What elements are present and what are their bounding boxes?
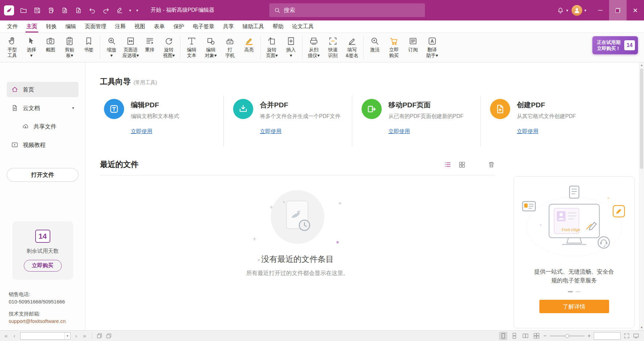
carousel-dot-active[interactable] [568, 291, 573, 292]
tool-activate[interactable]: 激活 [365, 35, 384, 53]
tool-buy-now[interactable]: 立即 购买 [384, 35, 404, 58]
sidebar-item-home[interactable]: 首页 [7, 82, 78, 97]
trial-buy-badge[interactable]: 正在试用期 立即购买！ 14 [592, 36, 638, 54]
facing-view-icon[interactable] [521, 332, 529, 340]
list-view-icon[interactable] [444, 161, 451, 168]
menu-view[interactable]: 视图 [130, 20, 150, 33]
fullscreen-icon[interactable] [624, 333, 630, 339]
tool-from-scanner[interactable]: 从扫 描仪▾ [304, 35, 323, 58]
menu-comment[interactable]: 注释 [111, 20, 130, 33]
restore-button[interactable] [609, 0, 627, 20]
menu-accessibility[interactable]: 辅助工具 [238, 20, 268, 33]
page-number-input[interactable] [20, 333, 64, 339]
menu-page-management[interactable]: 页面管理 [80, 20, 111, 33]
facing-continuous-view-icon[interactable] [532, 332, 540, 340]
tool-typewriter[interactable]: 打 字机 [220, 35, 239, 58]
quick-access-caret-icon[interactable]: ▾ [136, 8, 138, 13]
page-dropdown-caret-icon[interactable]: ▾ [64, 333, 70, 339]
notifications-bell-icon[interactable] [556, 6, 565, 15]
menu-file[interactable]: 文件 [3, 20, 22, 33]
learn-more-button[interactable]: 了解详情 [539, 300, 609, 313]
tool-edit-object[interactable]: 编辑 对象▾ [201, 35, 220, 58]
tool-rotate-view[interactable]: 旋转 视图▾ [159, 35, 178, 58]
card-edit-pdf[interactable]: 编辑PDF 编辑文档和文本格式 立即使用 [100, 96, 223, 147]
buy-now-button[interactable]: 立即购买 [24, 260, 62, 272]
tool-zoom[interactable]: 缩放 ▾ [102, 35, 121, 58]
open-file-button[interactable] [19, 6, 28, 15]
menu-protect[interactable]: 保护 [169, 20, 189, 33]
vertical-scrollbar[interactable]: ▲ ▼ [639, 62, 644, 330]
search-bar[interactable] [269, 3, 425, 17]
tool-rotate-pages[interactable]: 旋转 页面▾ [262, 35, 281, 58]
clone-view-icon[interactable] [106, 333, 112, 339]
menu-edit[interactable]: 编辑 [61, 20, 80, 33]
next-page-button[interactable]: › [73, 333, 79, 339]
menu-help[interactable]: 帮助 [268, 20, 288, 33]
minimize-button[interactable]: ─ [592, 0, 609, 20]
use-now-link[interactable]: 立即使用 [388, 128, 410, 135]
account-caret-icon[interactable]: ▾ [584, 8, 586, 13]
zoom-slider-handle[interactable] [565, 334, 569, 338]
last-page-button[interactable]: » [82, 333, 87, 339]
menu-form[interactable]: 表单 [150, 20, 169, 33]
esign-stamp-button[interactable] [115, 6, 124, 15]
scrollbar-thumb[interactable] [640, 68, 643, 169]
tool-quick-ocr[interactable]: 快速 识别 [323, 35, 342, 58]
single-page-view-icon[interactable] [499, 332, 507, 340]
carousel-dot[interactable] [576, 291, 581, 292]
bell-caret-icon[interactable]: ▾ [566, 8, 568, 13]
esign-caret-icon[interactable]: ▾ [129, 8, 131, 13]
support-email-link[interactable]: support@foxitsoftware.cn [9, 318, 65, 325]
new-document-button[interactable] [74, 6, 83, 15]
tool-edit-text[interactable]: 编辑 文本 [182, 35, 201, 58]
sidebar-item-video-tutorials[interactable]: 视频教程 [7, 137, 78, 153]
export-button[interactable] [60, 6, 69, 15]
grid-view-icon[interactable] [458, 161, 466, 168]
menu-home[interactable]: 主页 [22, 20, 42, 33]
first-page-button[interactable]: « [3, 333, 9, 339]
tool-insert[interactable]: 插入 ▾ [281, 35, 301, 58]
card-move-pdf-pages[interactable]: 移动PDF页面 从已有的PDF页面创建新的PDF 立即使用 [352, 96, 480, 147]
tool-clipboard[interactable]: 剪贴 板▾ [60, 35, 79, 58]
scroll-down-icon[interactable]: ▼ [639, 325, 644, 330]
scroll-up-icon[interactable]: ▲ [639, 62, 644, 68]
tool-fill-sign[interactable]: 填写 &签名 [342, 35, 362, 58]
cloud-docs-caret-icon[interactable]: ▾ [72, 106, 74, 110]
sidebar-item-cloud-docs[interactable]: 云文档 ▾ [7, 100, 78, 116]
continuous-view-icon[interactable] [510, 332, 518, 340]
menu-convert[interactable]: 转换 [42, 20, 61, 33]
fit-screen-icon[interactable] [633, 333, 639, 339]
print-button[interactable] [47, 6, 55, 15]
menu-share[interactable]: 共享 [219, 20, 238, 33]
tool-hand[interactable]: 手型 工具 [3, 35, 22, 58]
card-merge-pdf[interactable]: 合并PDF 将多个文件合并生成一个PDF文件 立即使用 [223, 96, 352, 147]
search-input[interactable] [284, 7, 420, 14]
zoom-slider[interactable] [550, 333, 585, 339]
prev-page-button[interactable]: ‹ [12, 333, 17, 339]
save-button[interactable] [33, 6, 42, 15]
zoom-out-button[interactable]: − [543, 333, 546, 339]
card-create-pdf[interactable]: 创建PDF 从其它格式文件创建PDF 立即使用 [480, 96, 609, 147]
sidebar-item-shared-files[interactable]: 共享文件 [17, 119, 78, 134]
menu-thesis-tools[interactable]: 论文工具 [288, 20, 318, 33]
undo-button[interactable] [88, 6, 97, 15]
split-view-icon[interactable] [96, 333, 103, 339]
open-file-big-button[interactable]: 打开文件 [7, 168, 78, 182]
tool-reflow[interactable]: 重排 [140, 35, 159, 53]
tool-highlight[interactable]: 高亮 [239, 35, 259, 53]
use-now-link[interactable]: 立即使用 [517, 128, 538, 135]
use-now-link[interactable]: 立即使用 [131, 128, 152, 135]
trash-icon[interactable] [488, 161, 495, 168]
zoom-in-button[interactable]: + [588, 333, 591, 339]
redo-button[interactable] [102, 6, 110, 15]
tool-translate-assistant[interactable]: 翻译 助手▾ [423, 35, 442, 58]
user-avatar[interactable] [572, 5, 582, 16]
tool-bookmark[interactable]: 书签 [79, 35, 98, 53]
tool-subscribe[interactable]: 订阅 [404, 35, 423, 53]
use-now-link[interactable]: 立即使用 [260, 128, 281, 135]
tool-select[interactable]: 选择 ▾ [22, 35, 41, 58]
tool-fit-options[interactable]: 页面适 应选项▾ [121, 35, 140, 58]
close-button[interactable]: × [627, 0, 644, 20]
menu-esign[interactable]: 电子签章 [189, 20, 219, 33]
tool-snapshot[interactable]: 截图 [41, 35, 60, 53]
